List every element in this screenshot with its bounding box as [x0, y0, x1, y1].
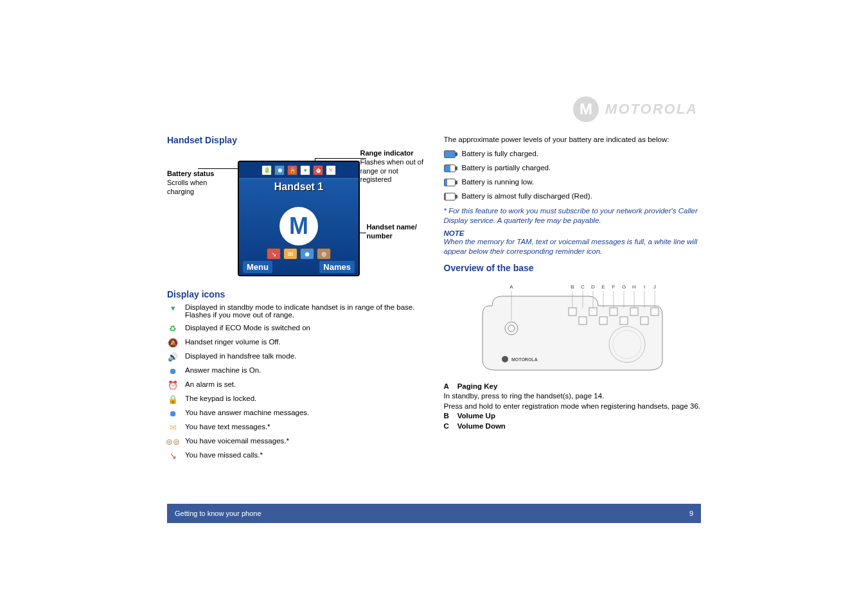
base-svg: MOTOROLA ABCDEFGHIJ — [476, 277, 669, 373]
icon-row: ⏰An alarm is set. — [167, 380, 425, 389]
handsfree-icon: 🔊 — [167, 352, 179, 361]
key-a-title: Paging Key — [457, 382, 498, 392]
svg-rect-4 — [569, 308, 576, 315]
svg-text:B: B — [571, 284, 574, 290]
icon-text: You have answer machine messages. — [185, 409, 309, 416]
key-c-label: C — [444, 422, 456, 432]
icon-row: 🔕Handset ringer volume is Off. — [167, 338, 425, 347]
svg-text:A: A — [509, 284, 513, 290]
alarm-icon: ⏰ — [167, 380, 179, 389]
vm-icon: ⊚ — [317, 248, 331, 260]
key-b-title: Volume Up — [457, 411, 495, 422]
ringer-off-mini-icon: ✕ — [326, 165, 336, 175]
svg-rect-10 — [630, 308, 638, 315]
text-msg-icon: ✉ — [167, 423, 179, 432]
svg-rect-6 — [589, 308, 597, 315]
svg-rect-11 — [641, 317, 648, 324]
display-icons-title: Display icons — [167, 289, 425, 299]
svg-text:H: H — [632, 284, 636, 290]
icon-row: ⏺Answer machine is On. — [167, 366, 425, 375]
brand-name: MOTOROLA — [605, 101, 698, 118]
battery-empty-icon — [444, 192, 456, 201]
phone-bottom-icons: ↘ ✉ ⏺ ⊚ — [239, 248, 359, 260]
key-c-title: Volume Down — [457, 422, 506, 432]
softkey-menu: Menu — [243, 261, 272, 273]
battery-text: Battery is running low. — [462, 178, 535, 186]
phone-status-bar: 🔋 ⏺ 🔒 ▾ ⏰ ✕ — [239, 162, 359, 179]
icon-text: Answer machine is On. — [185, 366, 261, 374]
tam-msg-icon: ⏺ — [167, 409, 179, 418]
battery-row: Battery is running low. — [444, 178, 702, 187]
battery-row: Battery is fully charged. — [444, 150, 702, 159]
battery-low-icon — [444, 178, 456, 187]
caller-display-footnote: * For this feature to work you must subs… — [444, 206, 702, 226]
key-a-label: A — [444, 382, 456, 392]
callout-battery-title: Battery status — [167, 170, 231, 179]
note-title: NOTE — [444, 229, 702, 237]
icon-row: 🔊Displayed in handsfree talk mode. — [167, 352, 425, 361]
footer-page-number: 9 — [689, 510, 693, 517]
phone-softkeys: Menu Names — [239, 261, 359, 275]
motorola-m-icon: M — [279, 207, 318, 245]
svg-text:J: J — [653, 284, 656, 290]
handset-display-title: Handset Display — [167, 135, 425, 145]
icon-text: An alarm is set. — [185, 380, 236, 388]
key-a-desc2: Press and hold to enter registration mod… — [444, 402, 702, 412]
callout-battery: Battery status Scrolls when charging — [167, 170, 231, 196]
voicemail-icon: ⊚⊚ — [167, 437, 179, 446]
battery-row: Battery is partially charged. — [444, 164, 702, 173]
handset-diagram: Battery status Scrolls when charging Ran… — [167, 149, 425, 284]
icon-row: ⊚⊚You have voicemail messages.* — [167, 437, 425, 446]
svg-text:D: D — [591, 284, 595, 290]
battery-partial-icon — [444, 164, 456, 173]
icon-text: The keypad is locked. — [185, 395, 256, 402]
base-brand-text: MOTOROLA — [511, 357, 538, 362]
antenna-icon: ▾ — [167, 303, 179, 312]
svg-point-13 — [502, 356, 508, 362]
base-key-list: A Paging Key In standby, press to ring t… — [444, 382, 702, 432]
callout-range-desc: Flashes when out of range or not registe… — [360, 158, 423, 184]
key-b-label: B — [444, 411, 456, 422]
softkey-names: Names — [319, 261, 355, 273]
svg-rect-7 — [599, 317, 607, 324]
ringer-off-icon: 🔕 — [167, 338, 179, 347]
battery-full-icon — [444, 150, 456, 159]
icon-row: ▾Displayed in standby mode to indicate h… — [167, 303, 425, 319]
battery-icon: 🔋 — [261, 165, 272, 175]
signal-icon: ▾ — [300, 165, 310, 175]
callout-battery-desc: Scrolls when charging — [167, 179, 207, 195]
icon-text: Handset ringer volume is Off. — [185, 338, 281, 346]
missed-call-icon: ↘ — [167, 451, 179, 460]
brand-logo: M MOTOROLA — [573, 96, 698, 122]
battery-intro: The approximate power levels of your bat… — [444, 135, 702, 145]
svg-rect-12 — [651, 308, 659, 315]
icon-row: ♻Displayed if ECO Mode is switched on — [167, 324, 425, 333]
battery-text: Battery is almost fully discharged (Red)… — [462, 192, 592, 200]
callout-range: Range indicator Flashes when out of rang… — [360, 149, 425, 184]
phone-screen: 🔋 ⏺ 🔒 ▾ ⏰ ✕ Handset 1 M ↘ ✉ ⏺ ⊚ Menu — [238, 161, 360, 276]
handset-name-label: Handset 1 — [239, 179, 359, 193]
svg-text:F: F — [612, 284, 615, 290]
callout-range-title: Range indicator — [360, 149, 425, 158]
icon-text: You have voicemail messages.* — [185, 437, 289, 445]
icon-text: You have missed calls.* — [185, 451, 263, 459]
battery-row: Battery is almost fully discharged (Red)… — [444, 192, 702, 201]
callout-handset-title: Handset name/ number — [367, 223, 425, 241]
left-column: Handset Display Battery status Scrolls w… — [167, 135, 425, 517]
icon-row: 🔒The keypad is locked. — [167, 395, 425, 404]
icon-text: You have text messages.* — [185, 423, 270, 431]
page-content: Handset Display Battery status Scrolls w… — [167, 135, 701, 517]
motorola-emblem-icon: M — [573, 96, 599, 122]
icon-row: ↘You have missed calls.* — [167, 451, 425, 460]
battery-text: Battery is fully charged. — [462, 150, 539, 157]
battery-text: Battery is partially charged. — [462, 164, 551, 172]
battery-level-list: Battery is fully charged.Battery is part… — [444, 150, 702, 201]
eco-icon: ♻ — [167, 324, 179, 333]
key-a-desc1: In standby, press to ring the handset(s)… — [444, 391, 702, 402]
svg-text:E: E — [601, 284, 605, 290]
tam-icon: ⏺ — [274, 165, 285, 175]
svg-text:G: G — [622, 284, 626, 290]
callout-handset: Handset name/ number — [367, 223, 425, 241]
overview-base-title: Overview of the base — [444, 263, 702, 273]
alarm-mini-icon: ⏰ — [313, 165, 323, 175]
